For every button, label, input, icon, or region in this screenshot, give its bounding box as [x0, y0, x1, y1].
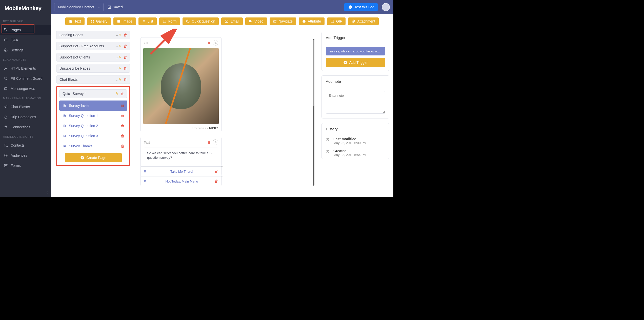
sidebar-item-audiences[interactable]: Audiences	[0, 150, 51, 161]
page-icon: 🗎	[63, 114, 66, 118]
sidebar-item-settings[interactable]: Settings	[0, 45, 51, 55]
check-icon	[108, 5, 111, 9]
trash-icon[interactable]: 🗑	[124, 77, 127, 82]
tool-text[interactable]: Text	[65, 17, 85, 25]
page-survey-thanks[interactable]: 🗎 Survey Thanks 🗑	[59, 141, 127, 151]
edit-icon[interactable]: ✎	[118, 33, 122, 37]
email-icon	[225, 19, 228, 23]
puzzle-icon	[326, 137, 330, 142]
sidebar-item-connections[interactable]: Connections	[0, 122, 51, 132]
trash-icon[interactable]: 🗑	[214, 169, 218, 174]
trash-icon[interactable]: 🗑	[124, 66, 127, 70]
tag-icon	[4, 28, 8, 32]
users-icon	[4, 143, 8, 148]
page-icon: 🗎	[63, 134, 66, 138]
add-trigger-button[interactable]: Add Trigger	[326, 58, 385, 67]
tool-gallery[interactable]: Gallery	[87, 17, 111, 25]
drag-handle-icon[interactable]: ⇅	[213, 139, 218, 145]
tool-attachment[interactable]: Attachment	[348, 17, 379, 25]
sidebar-label: Pages	[11, 28, 21, 32]
tool-quick-question[interactable]: Quick question	[183, 17, 219, 25]
trash-icon[interactable]: 🗑	[124, 33, 127, 37]
sidebar-item-chat-blaster[interactable]: Chat Blaster	[0, 102, 51, 112]
drag-handle-icon[interactable]: ⇅	[220, 174, 223, 177]
chatbot-selector[interactable]: MobileMonkey Chatbot ⌄	[54, 3, 104, 11]
page-survey-q1[interactable]: 🗎 Survey Question 1 🗑	[59, 111, 127, 121]
trash-icon[interactable]: 🗑	[120, 92, 124, 96]
svg-point-4	[4, 154, 7, 157]
tool-gif[interactable]: GIF	[327, 17, 346, 25]
tool-video[interactable]: Video	[245, 17, 267, 25]
sidebar-item-pages[interactable]: Pages	[0, 25, 51, 35]
gif-preview[interactable]	[143, 48, 219, 124]
page-icon: 🗎	[144, 179, 147, 183]
tool-form[interactable]: Form	[159, 17, 180, 25]
collapse-sidebar-button[interactable]: ‹	[47, 190, 48, 195]
tool-attribute[interactable]: Attribute	[299, 17, 325, 25]
scrollbar[interactable]	[313, 39, 314, 186]
trash-icon[interactable]: 🗑	[121, 114, 124, 118]
test-bot-button[interactable]: Test this Bot	[344, 3, 378, 11]
chevron-down-icon: ⌄	[115, 77, 118, 82]
page-icon: 🗎	[144, 170, 147, 173]
gallery-icon	[91, 19, 94, 23]
note-textarea[interactable]	[326, 91, 385, 114]
sidebar-item-html-elements[interactable]: HTML Elements	[0, 63, 51, 73]
trash-icon[interactable]: 🗑	[121, 124, 124, 128]
sidebar-label: Contacts	[11, 143, 25, 147]
folder-landing-pages[interactable]: Landing Pages⌄ ✎ 🗑	[56, 31, 130, 39]
ads-icon	[4, 86, 8, 91]
sidebar-item-forms[interactable]: Forms	[0, 161, 51, 171]
edit-icon[interactable]: ✎	[118, 44, 122, 48]
sidebar-label: Q&A	[11, 38, 18, 42]
folder-support-free[interactable]: Support Bot - Free Accounts⌄ ✎ 🗑	[56, 42, 130, 50]
tool-email[interactable]: Email	[221, 17, 243, 25]
svg-point-1	[5, 50, 6, 51]
folder-chat-blasts[interactable]: Chat Blasts⌄ ✎ 🗑	[56, 75, 130, 84]
trash-icon[interactable]: 🗑	[124, 55, 127, 59]
edit-icon[interactable]: ✎	[118, 55, 122, 59]
svg-rect-22	[331, 20, 334, 23]
tool-navigate[interactable]: Navigate	[270, 17, 296, 25]
trigger-chip[interactable]: survey, who am i, do you know w...	[326, 47, 385, 55]
page-survey-invite[interactable]: 🗎 Survey Invite 🗑	[59, 101, 127, 111]
video-icon	[249, 19, 252, 23]
sidebar-item-drip-campaigns[interactable]: Drip Campaigns	[0, 112, 51, 122]
sidebar-item-messenger-ads[interactable]: Messenger Ads	[0, 84, 51, 94]
svg-point-3	[5, 144, 6, 145]
folder-support-clients[interactable]: Support Bot Clients⌄ ✎ 🗑	[56, 53, 130, 62]
svg-marker-19	[251, 21, 252, 22]
user-avatar[interactable]	[382, 3, 390, 11]
trash-icon[interactable]: 🗑	[124, 44, 127, 48]
list-icon	[142, 19, 146, 23]
text-content[interactable]: So we can serve you better, care to take…	[144, 148, 218, 163]
sidebar-item-qa[interactable]: Q&A	[0, 35, 51, 45]
trash-icon[interactable]: 🗑	[121, 134, 124, 138]
page-icon: 🗎	[63, 124, 66, 128]
edit-icon[interactable]: ✎	[118, 77, 122, 82]
quick-reply-1[interactable]: ⇅ 🗎 Take Me There! 🗑	[141, 166, 221, 176]
page-survey-q3[interactable]: 🗎 Survey Question 3 🗑	[59, 131, 127, 141]
folder-quick-survey[interactable]: Quick Survey⌃ ✎ 🗑	[59, 89, 127, 98]
tool-image[interactable]: Image	[113, 17, 136, 25]
create-page-button[interactable]: Create Page	[65, 153, 122, 162]
edit-icon[interactable]: ✎	[118, 66, 122, 70]
trash-icon[interactable]: 🗑	[207, 41, 211, 45]
folder-unsubscribe[interactable]: Unsubscribe Pages⌄ ✎ 🗑	[56, 64, 130, 73]
quick-reply-2[interactable]: ⇅ 🗎 Not Today, Main Menu 🗑	[141, 176, 221, 186]
tool-list[interactable]: List	[138, 17, 157, 25]
sidebar-item-contacts[interactable]: Contacts	[0, 140, 51, 150]
sidebar-label: Settings	[11, 48, 24, 52]
drag-handle-icon[interactable]: ⇅	[213, 40, 218, 46]
drag-handle-icon[interactable]: ⇅	[220, 164, 223, 168]
sidebar-label: Messenger Ads	[11, 87, 35, 91]
page-survey-q2[interactable]: 🗎 Survey Question 2 🗑	[59, 121, 127, 131]
trash-icon[interactable]: 🗑	[121, 104, 124, 108]
trash-icon[interactable]: 🗑	[214, 179, 218, 184]
trash-icon[interactable]: 🗑	[207, 141, 211, 144]
widget-toolbar: Text Gallery Image List Form Quick quest…	[51, 14, 393, 29]
saved-indicator: Saved	[108, 5, 123, 9]
trash-icon[interactable]: 🗑	[121, 144, 124, 148]
edit-icon[interactable]: ✎	[115, 92, 118, 96]
sidebar-item-fb-comment-guard[interactable]: FB Comment Guard	[0, 73, 51, 84]
